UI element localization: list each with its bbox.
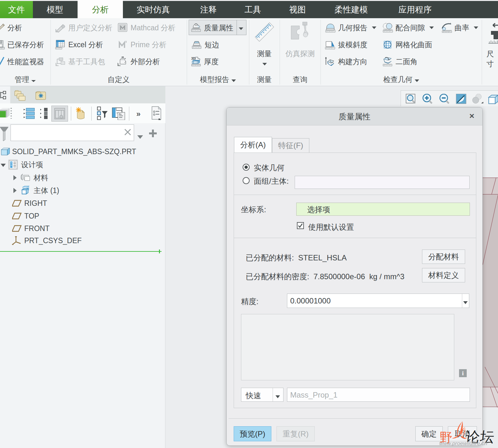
svg-text:3D: 3D	[191, 57, 195, 60]
